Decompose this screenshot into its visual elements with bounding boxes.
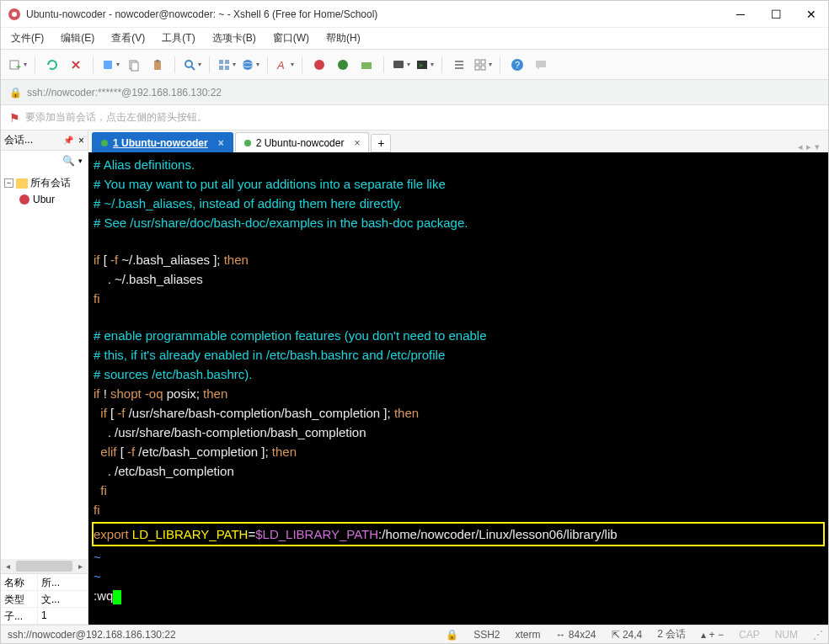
chat-button[interactable] [531, 55, 551, 75]
maximize-button[interactable]: ☐ [766, 4, 786, 24]
scroll-left-icon[interactable]: ◂ [1, 562, 15, 571]
list-button[interactable] [449, 55, 469, 75]
menu-view[interactable]: 查看(V) [108, 29, 148, 47]
status-term: xterm [516, 629, 541, 641]
tab-2-label: 2 Ubuntu-nowcoder [256, 137, 345, 149]
svg-rect-8 [156, 60, 159, 62]
help-button[interactable]: ? [507, 55, 527, 75]
prop-row-child: 子...1 [1, 608, 88, 625]
tile-button[interactable]: ▾ [217, 55, 237, 75]
menu-help[interactable]: 帮助(H) [323, 29, 364, 47]
tab-close-icon[interactable]: × [354, 137, 360, 149]
menu-file[interactable]: 文件(F) [8, 29, 47, 47]
tab-close-icon[interactable]: × [218, 137, 224, 149]
terminal[interactable]: # Alias definitions. # You may want to p… [88, 152, 828, 625]
svg-point-9 [185, 61, 192, 67]
menu-window[interactable]: 窗口(W) [270, 29, 313, 47]
tab-menu-icon[interactable]: ▾ [815, 141, 820, 152]
svg-line-10 [191, 67, 195, 70]
tab-1[interactable]: 1 Ubuntu-nowcoder × [92, 132, 233, 152]
scroll-thumb[interactable] [16, 561, 72, 572]
svg-rect-4 [104, 61, 112, 69]
scroll-right-icon[interactable]: ▸ [73, 562, 88, 571]
resize-grip-icon[interactable]: ⋰ [813, 629, 821, 641]
flag-icon: ⚑ [9, 111, 20, 125]
hint-text: 要添加当前会话，点击左侧的箭头按钮。 [25, 110, 207, 125]
tree-root[interactable]: − 所有会话 [3, 174, 86, 192]
titlebar: Ubuntu-nowcoder - nowcoder@nowcoder: ~ -… [1, 1, 828, 28]
menu-tabs[interactable]: 选项卡(B) [209, 29, 259, 47]
disconnect-button[interactable] [66, 55, 86, 75]
pin-icon[interactable]: 📌 [63, 136, 73, 145]
xshell-button[interactable] [309, 55, 329, 75]
minimize-button[interactable]: ─ [730, 4, 751, 24]
separator [209, 56, 210, 73]
chevron-down-icon[interactable]: ▾ [78, 157, 83, 165]
sidebar: 会话... 📌 × 🔍 ▾ − 所有会话 Ubur ◂ ▸ [1, 130, 88, 625]
svg-text:?: ? [515, 60, 520, 70]
close-button[interactable]: ✕ [801, 4, 821, 24]
addressbar[interactable]: 🔒 ssh://nowcoder:******@192.168.186.130:… [1, 80, 828, 105]
svg-rect-29 [475, 66, 479, 70]
status-connection: ssh://nowcoder@192.168.186.130:22 [8, 629, 176, 641]
plus-icon[interactable]: + [709, 629, 715, 641]
separator [267, 56, 268, 73]
status-num: NUM [775, 629, 798, 641]
tab-2[interactable]: 2 Ubuntu-nowcoder × [235, 132, 370, 152]
resize-icon: ↔ [556, 629, 566, 641]
screen-button[interactable]: ▾ [391, 55, 411, 75]
svg-rect-30 [481, 66, 485, 70]
svg-rect-12 [225, 60, 229, 64]
menubar: 文件(F) 编辑(E) 查看(V) 工具(T) 选项卡(B) 窗口(W) 帮助(… [1, 28, 828, 50]
properties-button[interactable]: ▾ [100, 55, 120, 75]
sidebar-header: 会话... 📌 × [1, 130, 88, 151]
status-pos: 24,4 [623, 629, 642, 641]
reconnect-button[interactable] [42, 55, 62, 75]
sidebar-title: 会话... [4, 133, 33, 147]
menu-tools[interactable]: 工具(T) [158, 29, 198, 47]
sidebar-search[interactable]: 🔍 ▾ [1, 151, 88, 171]
tab-prev-icon[interactable]: ◂ [798, 141, 803, 152]
new-session-button[interactable]: +▾ [8, 55, 28, 75]
folder-button[interactable] [356, 55, 377, 75]
separator [500, 56, 500, 73]
svg-rect-20 [361, 62, 372, 69]
cursor [113, 590, 121, 604]
svg-rect-27 [475, 60, 479, 64]
statusbar: ssh://nowcoder@192.168.186.130:22 🔒 SSH2… [1, 625, 828, 643]
chevron-icon[interactable]: ▴ [701, 629, 706, 641]
svg-rect-11 [219, 60, 223, 64]
tabs: 1 Ubuntu-nowcoder × 2 Ubuntu-nowcoder × … [88, 130, 828, 152]
address-text: ssh://nowcoder:******@192.168.186.130:22 [27, 87, 222, 98]
grid-button[interactable]: ▾ [473, 55, 493, 75]
globe-button[interactable]: ▾ [240, 55, 260, 75]
hintbar: ⚑ 要添加当前会话，点击左侧的箭头按钮。 [1, 105, 828, 130]
terminal-button[interactable]: >▾ [414, 55, 435, 75]
tree-item-ubuntu[interactable]: Ubur [3, 192, 86, 207]
svg-point-18 [314, 60, 324, 70]
status-size: 84x24 [569, 629, 596, 641]
minus-icon[interactable]: − [718, 629, 724, 641]
tab-add-button[interactable]: + [371, 134, 391, 152]
font-button[interactable]: A▾ [275, 55, 295, 75]
svg-text:A: A [276, 59, 285, 72]
svg-point-15 [243, 60, 253, 70]
svg-point-19 [338, 60, 348, 70]
search-icon: 🔍 [62, 155, 75, 167]
status-ssh: SSH2 [473, 629, 500, 641]
svg-point-33 [19, 194, 29, 205]
paste-button[interactable] [147, 55, 168, 75]
collapse-icon[interactable]: − [4, 178, 13, 188]
tree-root-label: 所有会话 [30, 176, 71, 190]
tab-next-icon[interactable]: ▸ [806, 141, 811, 152]
prop-row-name: 名称所... [1, 574, 88, 591]
sidebar-hscroll[interactable]: ◂ ▸ [1, 559, 88, 573]
separator [383, 56, 384, 73]
svg-text:>: > [419, 61, 423, 69]
find-button[interactable]: ▾ [182, 55, 202, 75]
sidebar-close-icon[interactable]: × [78, 135, 84, 146]
svg-rect-21 [393, 61, 404, 68]
xftp-button[interactable] [333, 55, 353, 75]
copy-button[interactable] [124, 55, 144, 75]
menu-edit[interactable]: 编辑(E) [57, 29, 98, 47]
